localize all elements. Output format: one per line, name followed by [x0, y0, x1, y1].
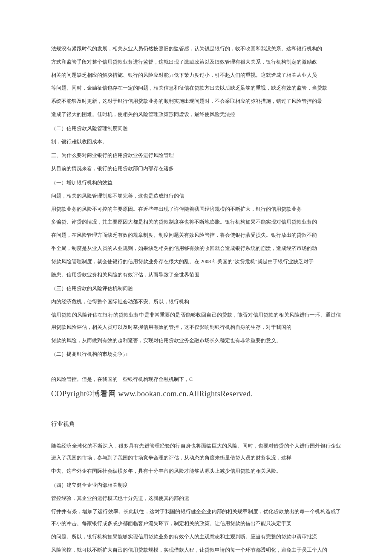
body-text: 乎全局，制度是从业人员的从业规则，如果缺乏相关的信用够有效的收回就会造成银行系统… — [51, 242, 341, 255]
subsection-heading: （二）信用贷款风险管理制度问题 — [51, 122, 341, 135]
body-text: 的风险管控。但是，在我国的一些银行机构现存金融机制下，C — [51, 373, 341, 386]
subsection-heading: （三）信用贷款的风险评估机制问题 — [51, 282, 341, 295]
body-text: 制，银行难以收回成本。 — [51, 136, 341, 148]
body-text: 多骗贷、诈贷的情况，其主要原因大都是相关的贷款制度存也将不断地膨胀。银行机构如果… — [51, 216, 341, 228]
body-text: 从目前的情况来看，银行的信用贷款部门内部存在诸多 — [51, 163, 341, 175]
body-text: 的问题。所以，银行机构如果能够实现信用贷款业务的有效个人的主观意志和主观判断。应… — [51, 531, 341, 543]
body-text: 相关的问题缺乏相应的解决措施、银行的风险应对能力低下策力度过小，引不起人们的重视… — [51, 69, 341, 81]
body-text: 内的经济危机，使得整个国际社会动荡不安。所以，银行机构 — [51, 296, 341, 308]
body-text: 等问题。同时，金融征信也存在一定的问题，相关信息和征信在贷款方出去以后缺乏足够的… — [51, 82, 341, 94]
body-text: 管控经验，其企业的运行模式也十分先进，这就使其内部的运 — [51, 492, 341, 505]
subsection-heading: （四）建立健全企业内部相关制度 — [51, 479, 341, 491]
section-heading: 三、为什么要对商业银行的信用贷款业务进行风险管理 — [51, 149, 341, 162]
body-text: 法规没有紧跟时代的发展，相关从业人员仍然按照旧的监管感，认为钱是银行的，收不收回… — [51, 43, 341, 55]
subsection-heading: （一）增加银行机构的效益 — [51, 177, 341, 189]
body-text: 方式和监管手段对整个信用贷款业务进行监督，这就出现了激励政策以及绩效管理有很大关… — [51, 56, 341, 68]
copyright-text: COPyright©博看网 www.bookan.com.cn.AllRight… — [51, 388, 341, 400]
body-text: 在问题，在风险管理方面缺乏有效的规章制度。制度问题关有效风险管控，将会使银行蒙受… — [51, 229, 341, 241]
body-text: 隐患。信用贷款业务相关风险的有效评估，从而导致了全世界范围 — [51, 269, 341, 281]
body-text: 随着经济全球化的不断深入，很多具有先进管理经验的行自身也将面临巨大的风险。同时，… — [51, 440, 341, 465]
page-section-heading: 行业视角 — [51, 417, 341, 431]
body-text: 风险管控，就可以不断扩大自己的信用贷款规模，实现借款人程，让贷款申请的每一个环节… — [51, 544, 341, 555]
body-text: 造成了很大的困难。佳时机，使相关的风险管理政策形同虚设，最终使风险无法控 — [51, 108, 341, 121]
body-text: 信用贷款的风险评估在银行的贷款业务中是非常重要的是否能够收回自己的贷款，能否对信… — [51, 309, 341, 334]
body-text: 问题，相关的风险管理制度不够完善，这也是造成银行的信 — [51, 190, 341, 202]
body-text: 贷款的风险，从而做到有效的趋利避害，实现对信用贷款业务金融市场长久稳定也有非常重… — [51, 334, 341, 347]
body-text: 行井井有条，增加了运行效率。长此以往，这对于我国的银行健全企业内部的相关规章制度… — [51, 506, 341, 530]
body-text: 用贷款业务的风险不可控的主要原因。在近些年出现了许伴随着我国经济规模的不断扩大，… — [51, 203, 341, 215]
body-text: 贷款风险管理制度，就会使银行的信用贷款业务存在很大的乱。在 2008 年美国的"… — [51, 256, 341, 268]
body-text: 中去。这些外企在国际社会纵横多年，具有十分丰富的风险才能够从源头上减少信用贷款的… — [51, 465, 341, 477]
subsection-heading: （二）提高银行机构的市场竞争力 — [51, 348, 341, 360]
body-text: 系统不能够及时更新，这对于银行信用贷款业务的顺利实施出现问题时，不会采取相应的弥… — [51, 95, 341, 108]
